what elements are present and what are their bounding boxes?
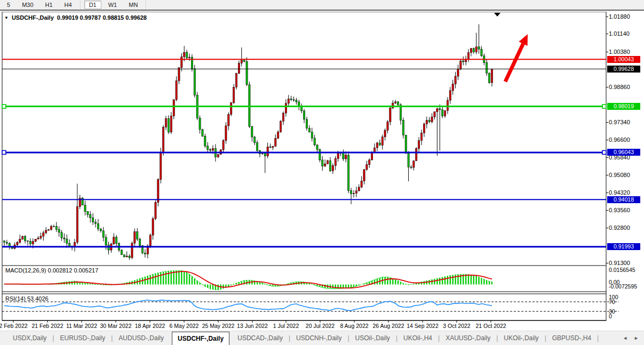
candle-up	[418, 141, 420, 149]
symbol-tab-gbpusd[interactable]: GBPUSD-,H4	[547, 334, 597, 342]
price-tick	[606, 122, 608, 123]
candle-down	[264, 153, 266, 156]
candle-up	[40, 236, 42, 238]
indicator-axis-label: -0.0072595	[609, 283, 637, 290]
chart-shift-marker-icon	[494, 13, 500, 17]
candle-down	[82, 198, 83, 205]
date-label: 11 Mar 2022	[66, 323, 97, 329]
candle-up	[423, 124, 425, 133]
symbol-tab-ukoil[interactable]: UKOil-,H4	[398, 334, 438, 342]
price-tick-label: 1.01140	[609, 30, 630, 37]
candle-down	[69, 243, 70, 247]
candle-down	[100, 229, 101, 231]
candle-down	[108, 245, 109, 250]
candle-up	[345, 155, 347, 159]
tab-scroll-right-icon[interactable]: ►	[634, 335, 639, 341]
candle-down	[306, 119, 307, 129]
candle-down	[210, 149, 211, 150]
candle-up	[225, 126, 227, 141]
timeframe-button-w1[interactable]: W1	[104, 1, 122, 9]
rsi-line	[4, 300, 492, 310]
candle-up	[335, 158, 336, 165]
symbol-tab-usdcnh[interactable]: USDCNH-,Daily	[291, 334, 347, 342]
candle-down	[379, 143, 380, 145]
candle-down	[249, 85, 250, 126]
candle-up	[416, 149, 417, 161]
symbol-tab-usdcad[interactable]: USDCAD-,Daily	[232, 334, 288, 342]
price-tick	[606, 263, 608, 263]
timeframe-button-5[interactable]: 5	[2, 1, 15, 9]
candle-down	[303, 111, 305, 119]
timeframe-button-d1[interactable]: D1	[84, 1, 101, 9]
candle-down	[116, 237, 117, 244]
tab-scroll-left-icon[interactable]: ◄	[623, 335, 627, 341]
candle-down	[301, 107, 303, 111]
candle-up	[467, 53, 469, 59]
candle-up	[366, 165, 368, 170]
chart-area[interactable]: ▼ USDCHF-,Daily 0.99019 0.99787 0.98815 …	[0, 12, 644, 330]
price-tick-label: 0.92800	[609, 224, 630, 231]
candle-down	[194, 69, 195, 95]
candle-up	[228, 115, 229, 126]
candle-down	[137, 232, 138, 239]
candle-up	[76, 206, 78, 242]
candle-up	[369, 160, 370, 165]
candle-down	[214, 148, 216, 157]
candle-up	[491, 69, 492, 83]
timeframe-button-h4[interactable]: H4	[60, 1, 77, 9]
symbol-tab-usdchf[interactable]: USDCHF-,Daily	[172, 332, 229, 345]
price-tick	[606, 210, 608, 211]
candle-up	[220, 150, 221, 155]
candle-down	[25, 236, 26, 240]
candle-down	[199, 118, 201, 130]
candle-up	[452, 84, 454, 91]
candle-up	[267, 147, 268, 156]
dropdown-triangle-icon[interactable]: ▼	[4, 15, 9, 20]
timeframe-button-h1[interactable]: H1	[41, 1, 58, 9]
date-label: 14 Sep 2022	[407, 323, 439, 329]
candle-up	[457, 69, 459, 76]
candle-down	[58, 229, 60, 232]
symbol-tab-ukoil[interactable]: UKOil-,Daily	[498, 334, 544, 342]
candle-down	[348, 155, 349, 191]
candle-up	[45, 230, 47, 233]
candle-up	[387, 122, 388, 130]
candle-up	[178, 68, 180, 81]
chart-title: ▼ USDCHF-,Daily 0.99019 0.99787 0.98815 …	[4, 14, 147, 21]
candle-up	[149, 235, 151, 246]
symbol-tab-eurusd[interactable]: EURUSD-,Daily	[54, 334, 110, 342]
candle-up	[337, 153, 339, 158]
price-badge-0.94018: 0.94018	[607, 196, 640, 203]
candle-up	[47, 230, 49, 230]
candle-down	[29, 241, 31, 244]
timeframe-button-m30[interactable]: M30	[17, 1, 38, 9]
candle-up	[436, 109, 438, 112]
price-badge-0.98019: 0.98019	[607, 103, 640, 110]
candle-up	[434, 112, 435, 117]
candle-down	[63, 238, 65, 239]
symbol-tab-usoil[interactable]: USOil-,Daily	[350, 334, 395, 342]
tab-nav: ◄ ►	[623, 335, 639, 341]
symbol-tab-audusd[interactable]: AUDUSD-,Daily	[113, 334, 169, 342]
symbol-tab-xauusd[interactable]: XAUUSD-,Daily	[440, 334, 496, 342]
candle-down	[296, 100, 297, 102]
candle-down	[259, 151, 260, 154]
candle-up	[14, 245, 15, 248]
candle-down	[3, 241, 5, 243]
candle-down	[481, 49, 482, 56]
price-tick	[606, 228, 608, 228]
candle-up	[275, 138, 276, 146]
date-label: 3 Oct 2022	[443, 323, 470, 329]
candle-up	[384, 130, 386, 137]
timeframe-toolbar: 5M30H1H4D1W1MN	[0, 0, 644, 11]
candle-down	[322, 160, 323, 166]
symbol-tab-usdx[interactable]: USDX,Daily	[7, 334, 52, 342]
rsi-label: RSI(14) 53.4026	[5, 295, 49, 302]
trend-arrow-head	[519, 34, 528, 46]
timeframe-button-mn[interactable]: MN	[124, 1, 142, 9]
candle-up	[353, 193, 354, 194]
price-tick	[606, 175, 608, 175]
candle-up	[376, 143, 378, 148]
trend-arrow-shaft	[505, 44, 523, 82]
candle-down	[97, 223, 99, 229]
